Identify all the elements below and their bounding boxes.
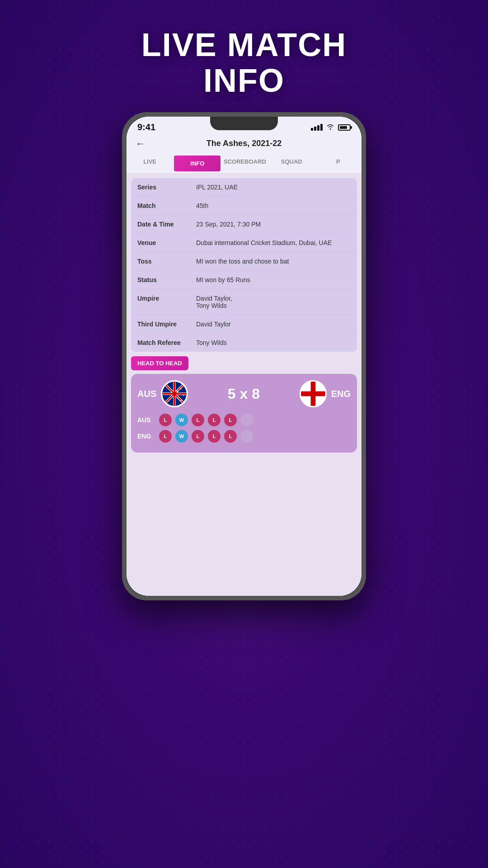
eng-results: L W L L L xyxy=(159,430,253,443)
info-row-venue: Venue Dubai international Cricket Stadiu… xyxy=(131,234,357,252)
tab-live[interactable]: LIVE xyxy=(127,154,173,173)
team-aus-code: AUS xyxy=(137,389,156,399)
info-row-third-umpire: Third Umpire David Taylor xyxy=(131,315,357,334)
result-dot-neutral xyxy=(240,430,253,443)
result-dot-neutral xyxy=(240,414,253,426)
status-time: 9:41 xyxy=(137,122,155,132)
phone-frame: 9:41 xyxy=(122,112,366,600)
team-eng-code: ENG xyxy=(331,389,351,399)
result-dot: W xyxy=(175,430,188,443)
signal-icon xyxy=(311,124,323,131)
hth-eng-row: ENG L W L L L xyxy=(137,430,351,443)
svg-text:✦: ✦ xyxy=(180,399,183,403)
svg-rect-16 xyxy=(301,392,325,396)
nav-header: ← The Ashes, 2021-22 xyxy=(127,136,361,154)
result-dot: W xyxy=(175,414,188,426)
info-row-status: Status MI won by 65 Runs xyxy=(131,271,357,289)
hth-aus-row: AUS L W L L L xyxy=(137,414,351,426)
status-icons xyxy=(311,123,351,132)
head-to-head-section: AUS xyxy=(131,374,357,453)
result-dot: L xyxy=(159,414,172,426)
svg-text:✦: ✦ xyxy=(176,390,179,394)
aus-flag: ✦ ✦ ✦ ✦ ✦ xyxy=(161,380,188,407)
hth-teams: AUS xyxy=(137,380,351,407)
svg-text:✦: ✦ xyxy=(177,396,178,399)
info-row-toss: Toss MI won the toss and chose to bat xyxy=(131,252,357,271)
back-button[interactable]: ← xyxy=(136,138,145,150)
result-dot: L xyxy=(192,414,204,426)
tab-squad[interactable]: SQUAD xyxy=(268,154,315,173)
eng-flag xyxy=(300,380,327,407)
nav-title: The Ashes, 2021-22 xyxy=(206,139,282,148)
battery-icon xyxy=(338,124,351,131)
svg-text:✦: ✦ xyxy=(183,394,184,397)
content-area: Series IPL 2021, UAE Match 45th Date & T… xyxy=(127,174,361,596)
hth-aus-label: AUS xyxy=(137,416,157,424)
info-row-datetime: Date & Time 23 Sep, 2021, 7:30 PM xyxy=(131,215,357,234)
info-row-umpire: Umpire David Taylor,Tony Wilds xyxy=(131,289,357,315)
tab-bar: LIVE INFO SCOREBOARD SQUAD P xyxy=(127,154,361,174)
head-to-head-button[interactable]: HEAD TO HEAD xyxy=(131,356,188,370)
info-table: Series IPL 2021, UAE Match 45th Date & T… xyxy=(131,178,357,352)
info-row-match: Match 45th xyxy=(131,197,357,215)
wifi-icon xyxy=(326,123,334,132)
hth-score: 5 x 8 xyxy=(228,386,260,402)
hth-eng-label: ENG xyxy=(137,433,157,440)
result-dot: L xyxy=(208,430,221,443)
team-aus-side: AUS xyxy=(137,380,188,407)
result-dot: L xyxy=(192,430,204,443)
info-row-series: Series IPL 2021, UAE xyxy=(131,178,357,197)
svg-text:✦: ✦ xyxy=(180,387,183,391)
result-dot: L xyxy=(224,430,237,443)
tab-info[interactable]: INFO xyxy=(174,156,221,171)
result-dot: L xyxy=(159,430,172,443)
tab-more[interactable]: P xyxy=(315,154,361,173)
aus-results: L W L L L xyxy=(159,414,253,426)
info-row-match-referee: Match Referee Tony Wilds xyxy=(131,334,357,352)
result-dot: L xyxy=(224,414,237,426)
page-title: LIVE MATCH INFO xyxy=(141,27,347,99)
status-bar: 9:41 xyxy=(127,117,361,136)
result-dot: L xyxy=(208,414,221,426)
team-eng-side: ENG xyxy=(300,380,351,407)
tab-scoreboard[interactable]: SCOREBOARD xyxy=(221,154,268,173)
